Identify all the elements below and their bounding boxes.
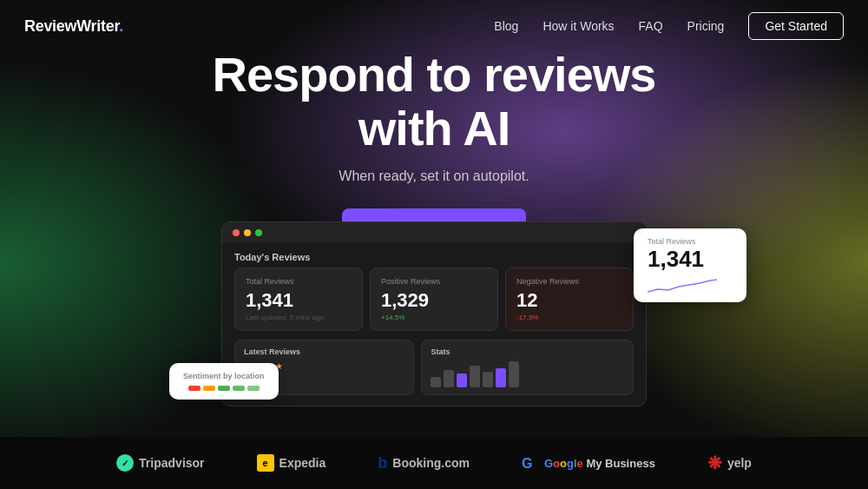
titlebar-dot-green <box>255 229 262 236</box>
partner-expedia: e Expedia <box>257 454 326 472</box>
dashboard-titlebar <box>222 222 646 243</box>
logo-dot: . <box>119 17 123 35</box>
dashboard: Today's Reviews Total Reviews 1,341 Last… <box>221 221 647 406</box>
stats-title: Stats <box>431 347 624 356</box>
sparkline <box>648 276 733 294</box>
nav-link-pricing[interactable]: Pricing <box>687 19 725 33</box>
positive-reviews-change: +14.5% <box>381 314 487 321</box>
stat-cards: Total Reviews 1,341 Last updated: 5 mins… <box>222 268 646 340</box>
hero-title-line2: with AI <box>358 101 510 155</box>
yelp-icon: ❋ <box>707 453 722 473</box>
bar-5 <box>483 372 493 387</box>
gauge-positive-2 <box>233 386 245 391</box>
dashboard-mockup: Today's Reviews Total Reviews 1,341 Last… <box>221 221 647 406</box>
gauge-neutral <box>203 386 215 391</box>
bar-1 <box>431 377 441 387</box>
booking-icon: b <box>378 454 387 472</box>
google-icon: G <box>522 454 539 472</box>
bar-4 <box>470 366 480 387</box>
dashboard-bottom: Latest Reviews ★★★★★ Stats <box>222 340 646 406</box>
bar-2 <box>444 370 454 387</box>
gauge-negative <box>188 386 201 391</box>
hero-section: ReviewWriter. Blog How it Works FAQ Pric… <box>0 0 868 437</box>
stat-card-positive: Positive Reviews 1,329 +14.5% <box>370 268 498 331</box>
bar-3 <box>457 373 467 387</box>
nav-links: Blog How it Works FAQ Pricing Get Starte… <box>494 12 844 40</box>
stat-card-negative: Negative Reviews 12 -17.3% <box>505 268 634 331</box>
hero-content: Respond to reviews with AI When ready, s… <box>0 48 868 247</box>
float-reviews-value: 1,341 <box>648 246 733 273</box>
yelp-label: yelp <box>727 456 752 470</box>
booking-label: Booking.com <box>392 456 470 470</box>
total-reviews-value: 1,341 <box>246 289 352 312</box>
expedia-icon: e <box>257 454 274 472</box>
negative-reviews-label: Negative Reviews <box>516 277 622 286</box>
hero-title: Respond to reviews with AI <box>212 48 655 155</box>
titlebar-dot-yellow <box>244 229 251 236</box>
positive-reviews-value: 1,329 <box>381 289 487 312</box>
get-started-button[interactable]: Get Started <box>748 12 844 40</box>
tripadvisor-icon: ✓ <box>116 454 134 472</box>
total-reviews-label: Total Reviews <box>246 277 352 286</box>
stats-card: Stats <box>421 340 634 395</box>
stat-card-total: Total Reviews 1,341 Last updated: 5 mins… <box>234 268 363 331</box>
sentiment-label: Sentiment by location <box>183 372 265 380</box>
svg-text:G: G <box>522 456 532 471</box>
latest-reviews-title: Latest Reviews <box>244 347 404 356</box>
sentiment-gauge <box>183 386 265 391</box>
tripadvisor-label: Tripadvisor <box>139 456 204 470</box>
dashboard-section-title: Today's Reviews <box>222 243 646 268</box>
mini-bar-chart <box>431 361 624 387</box>
partner-bar: ✓ Tripadvisor e Expedia b Booking.com G … <box>0 437 868 489</box>
negative-reviews-value: 12 <box>516 289 622 312</box>
hero-title-line1: Respond to reviews <box>212 47 655 102</box>
positive-reviews-label: Positive Reviews <box>381 277 487 286</box>
negative-reviews-change: -17.3% <box>516 314 622 321</box>
gauge-positive-3 <box>247 386 260 391</box>
partner-tripadvisor: ✓ Tripadvisor <box>116 454 204 472</box>
float-card-total-reviews: Total Reviews 1,341 <box>634 228 746 302</box>
bar-7 <box>509 361 519 387</box>
partner-google: G Google My Business <box>522 454 655 472</box>
float-card-sentiment: Sentiment by location <box>169 363 279 400</box>
navbar: ReviewWriter. Blog How it Works FAQ Pric… <box>0 0 868 52</box>
gauge-positive-1 <box>218 386 230 391</box>
nav-link-blog[interactable]: Blog <box>494 19 518 33</box>
partner-yelp: ❋ yelp <box>707 453 752 473</box>
google-label: Google My Business <box>544 457 655 470</box>
expedia-label: Expedia <box>279 456 326 470</box>
partner-booking: b Booking.com <box>378 454 470 472</box>
float-reviews-label: Total Reviews <box>648 237 733 246</box>
logo: ReviewWriter. <box>24 17 123 36</box>
nav-link-faq[interactable]: FAQ <box>639 19 663 33</box>
hero-subtitle: When ready, set it on autopilot. <box>339 169 529 184</box>
titlebar-dot-red <box>233 229 240 236</box>
bar-6 <box>496 368 506 387</box>
total-reviews-sub: Last updated: 5 mins ago <box>246 314 352 321</box>
nav-link-how-it-works[interactable]: How it Works <box>542 19 614 33</box>
